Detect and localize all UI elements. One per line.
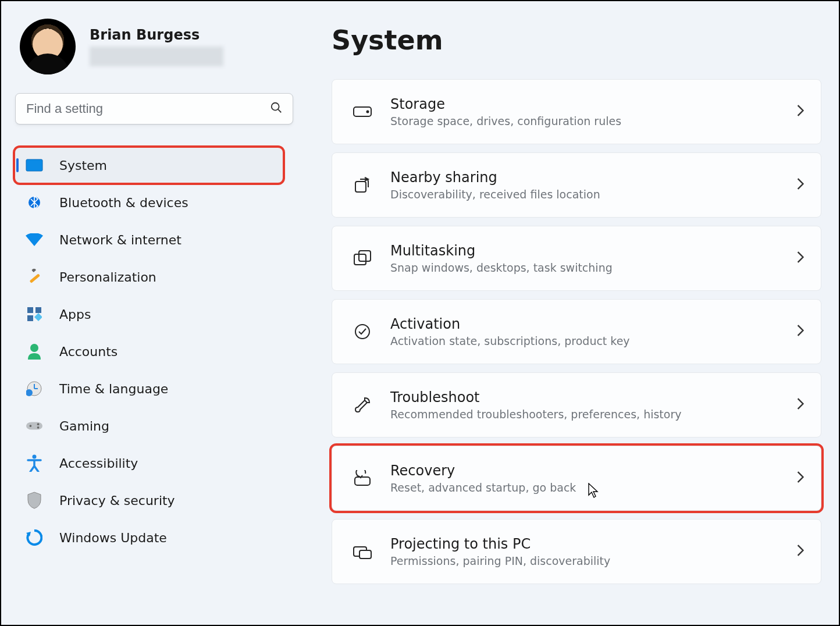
- card-body: Nearby sharingDiscoverability, received …: [390, 169, 779, 201]
- page-title: System: [332, 24, 821, 56]
- sidebar-item-update[interactable]: Windows Update: [15, 520, 283, 555]
- troubleshoot-icon: [352, 396, 373, 414]
- card-body: TroubleshootRecommended troubleshooters,…: [390, 389, 779, 421]
- card-title: Multitasking: [390, 243, 779, 259]
- sidebar: Brian Burgess SystemBluetooth & devicesN…: [1, 1, 297, 625]
- chevron-right-icon: [796, 397, 805, 412]
- svg-rect-24: [355, 477, 370, 485]
- sidebar-item-accounts[interactable]: Accounts: [15, 334, 283, 369]
- sidebar-item-personalize[interactable]: Personalization: [15, 259, 283, 294]
- svg-rect-4: [30, 273, 41, 283]
- sidebar-item-privacy[interactable]: Privacy & security: [15, 483, 283, 518]
- chevron-right-icon: [796, 251, 805, 266]
- card-title: Recovery: [390, 463, 779, 479]
- card-subtitle: Storage space, drives, configuration rul…: [390, 115, 779, 127]
- system-icon: [26, 156, 43, 174]
- sidebar-item-label: Personalization: [59, 270, 156, 284]
- profile-email-redacted: [90, 47, 223, 66]
- svg-point-17: [33, 455, 37, 459]
- svg-rect-8: [27, 315, 33, 321]
- card-body: RecoveryReset, advanced startup, go back: [390, 463, 779, 494]
- card-body: Projecting to this PCPermissions, pairin…: [390, 536, 779, 567]
- chevron-right-icon: [796, 471, 805, 486]
- sidebar-item-label: Gaming: [59, 419, 109, 433]
- sidebar-item-apps[interactable]: Apps: [15, 297, 283, 332]
- chevron-right-icon: [796, 324, 805, 339]
- svg-point-16: [37, 426, 40, 429]
- chevron-right-icon: [796, 177, 805, 193]
- network-icon: [26, 231, 43, 248]
- card-storage[interactable]: StorageStorage space, drives, configurat…: [332, 79, 821, 144]
- sidebar-item-label: Accounts: [59, 344, 118, 359]
- svg-rect-6: [27, 307, 33, 313]
- card-body: MultitaskingSnap windows, desktops, task…: [390, 243, 779, 274]
- profile-name: Brian Burgess: [90, 27, 223, 43]
- card-subtitle: Reset, advanced startup, go back: [390, 481, 779, 494]
- accounts-icon: [26, 343, 43, 360]
- nav-list: SystemBluetooth & devicesNetwork & inter…: [15, 148, 283, 555]
- svg-rect-7: [35, 307, 41, 313]
- svg-rect-20: [355, 182, 366, 192]
- card-troubleshoot[interactable]: TroubleshootRecommended troubleshooters,…: [332, 372, 821, 438]
- activation-icon: [352, 323, 373, 340]
- svg-rect-26: [360, 550, 371, 559]
- svg-point-10: [30, 344, 38, 352]
- chevron-right-icon: [796, 104, 805, 119]
- sidebar-item-network[interactable]: Network & internet: [15, 222, 283, 257]
- card-nearby-sharing[interactable]: Nearby sharingDiscoverability, received …: [332, 152, 821, 218]
- projecting-icon: [352, 543, 373, 560]
- sidebar-item-label: Windows Update: [59, 531, 167, 545]
- sidebar-item-system[interactable]: System: [15, 148, 283, 183]
- personalize-icon: [26, 268, 43, 286]
- card-title: Storage: [390, 96, 779, 112]
- apps-icon: [26, 305, 43, 323]
- card-title: Activation: [390, 316, 779, 332]
- card-subtitle: Permissions, pairing PIN, discoverabilit…: [390, 554, 779, 567]
- card-projecting[interactable]: Projecting to this PCPermissions, pairin…: [332, 519, 821, 584]
- sidebar-item-accessibility[interactable]: Accessibility: [15, 446, 283, 481]
- card-body: ActivationActivation state, subscription…: [390, 316, 779, 347]
- profile-block[interactable]: Brian Burgess: [15, 19, 283, 74]
- gaming-icon: [26, 417, 43, 435]
- privacy-icon: [26, 492, 43, 509]
- nearby-sharing-icon: [352, 176, 373, 194]
- card-recovery[interactable]: RecoveryReset, advanced startup, go back: [332, 446, 821, 511]
- svg-point-23: [355, 325, 369, 339]
- sidebar-item-label: Apps: [59, 307, 91, 322]
- svg-rect-21: [354, 254, 366, 265]
- svg-rect-13: [26, 422, 42, 429]
- chevron-right-icon: [796, 544, 805, 559]
- sidebar-item-label: Time & language: [59, 382, 168, 396]
- card-activation[interactable]: ActivationActivation state, subscription…: [332, 299, 821, 364]
- time-icon: [26, 380, 43, 397]
- svg-point-14: [30, 425, 32, 427]
- card-subtitle: Activation state, subscriptions, product…: [390, 335, 779, 347]
- svg-rect-5: [31, 269, 36, 272]
- card-title: Nearby sharing: [390, 169, 779, 186]
- search-input[interactable]: [15, 93, 293, 125]
- svg-point-0: [272, 103, 279, 111]
- card-body: StorageStorage space, drives, configurat…: [390, 96, 779, 127]
- card-subtitle: Discoverability, received files location: [390, 188, 779, 201]
- svg-point-19: [367, 111, 369, 113]
- card-multitasking[interactable]: MultitaskingSnap windows, desktops, task…: [332, 226, 821, 291]
- sidebar-item-gaming[interactable]: Gaming: [15, 408, 283, 443]
- svg-rect-22: [359, 251, 371, 261]
- sidebar-item-label: System: [59, 158, 107, 173]
- accessibility-icon: [26, 454, 43, 472]
- sidebar-item-time[interactable]: Time & language: [15, 371, 283, 406]
- settings-card-list: StorageStorage space, drives, configurat…: [332, 79, 821, 584]
- card-subtitle: Snap windows, desktops, task switching: [390, 261, 779, 274]
- search-field[interactable]: [15, 93, 293, 125]
- update-icon: [26, 529, 43, 546]
- svg-point-15: [37, 423, 40, 425]
- card-subtitle: Recommended troubleshooters, preferences…: [390, 408, 779, 421]
- sidebar-item-bluetooth[interactable]: Bluetooth & devices: [15, 185, 283, 220]
- card-title: Projecting to this PC: [390, 536, 779, 552]
- storage-icon: [352, 106, 373, 118]
- svg-line-1: [278, 109, 281, 112]
- sidebar-item-label: Network & internet: [59, 233, 181, 247]
- sidebar-item-label: Accessibility: [59, 456, 138, 471]
- avatar: [20, 19, 76, 74]
- sidebar-item-label: Privacy & security: [59, 493, 175, 508]
